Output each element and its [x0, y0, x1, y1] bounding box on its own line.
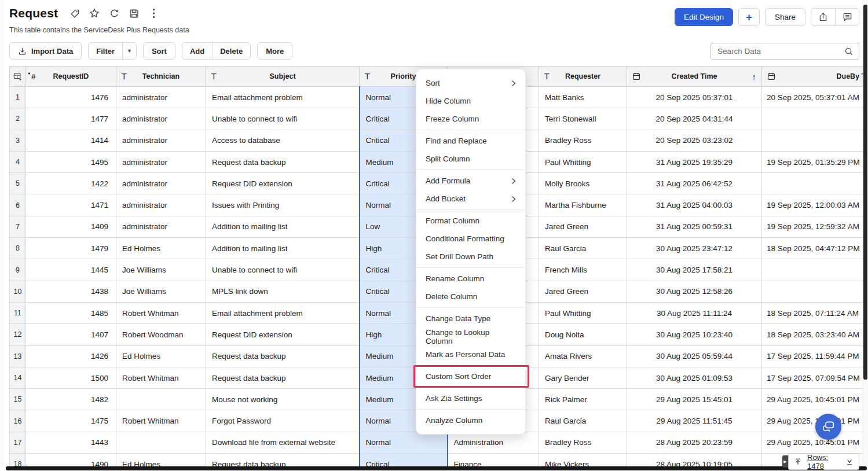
- cell-subject[interactable]: Forgot Password: [206, 410, 360, 432]
- cell-created_time[interactable]: 29 Aug 2025 11:51:45: [627, 410, 762, 432]
- cell-subject[interactable]: MPLS link down: [206, 281, 360, 302]
- cell-category[interactable]: Administration: [448, 432, 539, 453]
- cell-dueby_time[interactable]: 29 Aug 2025, 10:45:01 PM: [762, 432, 868, 453]
- menu-item-conditional-formatting[interactable]: Conditional Formatting: [416, 230, 525, 248]
- cell-created_time[interactable]: 31 Aug 2025 00:59:31: [627, 216, 762, 237]
- cell-request_id[interactable]: 1422: [26, 173, 116, 194]
- cell-technician[interactable]: Joe Williams: [116, 259, 206, 281]
- cell-created_time[interactable]: 20 Sep 2025 03:23:02: [627, 130, 762, 151]
- cell-subject[interactable]: Request data backup: [206, 151, 360, 172]
- cell-category[interactable]: Finance: [448, 454, 539, 466]
- cell-request_id[interactable]: 1438: [26, 281, 116, 302]
- cell-subject[interactable]: Request data backup: [206, 345, 360, 367]
- cell-technician[interactable]: administrator: [116, 108, 206, 130]
- cell-dueby_time[interactable]: [762, 108, 868, 130]
- menu-item-split-column[interactable]: Split Column: [416, 150, 525, 168]
- menu-item-add-bucket[interactable]: Add Bucket: [416, 190, 525, 208]
- cell-technician[interactable]: [116, 432, 206, 453]
- cell-priority[interactable]: Critical: [360, 454, 448, 466]
- cell-dueby_time[interactable]: 18 Sep 2025, 03:23:40 AM: [762, 324, 868, 345]
- edit-design-button[interactable]: Edit Design: [675, 8, 733, 26]
- cell-dueby_time[interactable]: [762, 130, 868, 151]
- menu-item-add-formula[interactable]: Add Formula: [416, 172, 525, 190]
- cell-created_time[interactable]: 31 Aug 2025 06:42:52: [627, 173, 762, 194]
- go-to-bottom-icon[interactable]: [845, 458, 854, 466]
- cell-num[interactable]: 17: [10, 432, 26, 453]
- tag-icon[interactable]: [69, 8, 80, 19]
- cell-requester[interactable]: Gary Bender: [539, 367, 627, 388]
- cell-created_time[interactable]: 20 Sep 2025 04:31:44: [627, 108, 762, 130]
- cell-subject[interactable]: Access to database: [206, 130, 360, 151]
- cell-dueby_time[interactable]: 17 Sep 2025, 07:09:54 PM: [762, 367, 868, 388]
- cell-num[interactable]: 6: [10, 194, 26, 216]
- menu-item-set-drill-down-path[interactable]: Set Drill Down Path: [416, 248, 525, 266]
- cell-num[interactable]: 7: [10, 216, 26, 237]
- cell-created_time[interactable]: 20 Sep 2025 05:37:01: [627, 87, 762, 108]
- menu-item-delete-column[interactable]: Delete Column: [416, 288, 525, 306]
- filter-dropdown-icon[interactable]: ▼: [122, 43, 136, 59]
- cell-num[interactable]: 4: [10, 151, 26, 172]
- cell-num[interactable]: 18: [10, 454, 26, 466]
- cell-subject[interactable]: Email attachment problem: [206, 302, 360, 323]
- kebab-menu-icon[interactable]: [148, 8, 159, 19]
- cell-subject[interactable]: Addition to mailing list: [206, 216, 360, 237]
- cell-num[interactable]: 11: [10, 302, 26, 323]
- cell-request_id[interactable]: 1477: [26, 108, 116, 130]
- cell-subject[interactable]: Addition to mailing list: [206, 238, 360, 259]
- cell-num[interactable]: 3: [10, 130, 26, 151]
- sort-ascending-icon[interactable]: ↑: [752, 72, 757, 82]
- menu-item-mark-as-personal-data[interactable]: Mark as Personal Data: [416, 345, 525, 363]
- cell-technician[interactable]: [116, 389, 206, 410]
- cell-requester[interactable]: Doug Nolta: [539, 324, 627, 345]
- cell-requester[interactable]: Paul Whitting: [539, 302, 627, 323]
- cell-request_id[interactable]: 1426: [26, 345, 116, 367]
- cell-subject[interactable]: Email attachment problem: [206, 87, 360, 108]
- cell-priority[interactable]: Normal: [360, 432, 448, 453]
- zia-chat-fab[interactable]: [815, 414, 841, 440]
- cell-technician[interactable]: Joe Williams: [116, 281, 206, 302]
- menu-item-rename-column[interactable]: Rename Column: [416, 270, 525, 288]
- cell-created_time[interactable]: 31 Aug 2025 04:00:03: [627, 194, 762, 216]
- cell-request_id[interactable]: 1407: [26, 324, 116, 345]
- star-icon[interactable]: [89, 8, 100, 19]
- menu-item-change-to-lookup-column[interactable]: Change to Lookup Column: [416, 328, 525, 345]
- select-all-header[interactable]: [10, 67, 26, 87]
- menu-item-ask-zia-settings[interactable]: Ask Zia Settings: [416, 389, 525, 407]
- cell-subject[interactable]: Issues with Printing: [206, 194, 360, 216]
- cell-requester[interactable]: Raul Garcia: [539, 238, 627, 259]
- go-to-top-icon[interactable]: [794, 458, 802, 466]
- menu-item-find-and-replace[interactable]: Find and Replace: [416, 132, 525, 150]
- cell-num[interactable]: 9: [10, 259, 26, 281]
- cell-subject[interactable]: Mouse not working: [206, 389, 360, 410]
- cell-requester[interactable]: French Mills: [539, 259, 627, 281]
- cell-requester[interactable]: Molly Brooks: [539, 173, 627, 194]
- cell-requester[interactable]: Raul Garcia: [539, 410, 627, 432]
- cell-dueby_time[interactable]: 19 Sep 2025, 12:59:32 AM: [762, 216, 868, 237]
- cell-created_time[interactable]: 30 Aug 2025 01:09:53: [627, 367, 762, 388]
- cell-technician[interactable]: administrator: [116, 87, 206, 108]
- horizontal-scrollbar[interactable]: [6, 466, 867, 470]
- cell-request_id[interactable]: 1443: [26, 432, 116, 453]
- vertical-scrollbar-thumb[interactable]: [863, 5, 867, 380]
- column-header-subject[interactable]: TSubject: [206, 67, 360, 87]
- comment-icon[interactable]: [835, 9, 859, 25]
- cell-created_time[interactable]: 30 Aug 2025 12:58:26: [627, 281, 762, 302]
- sort-button[interactable]: Sort: [143, 42, 175, 60]
- menu-item-custom-sort-order[interactable]: Custom Sort Order: [416, 367, 525, 385]
- cell-created_time[interactable]: 31 Aug 2025 19:35:29: [627, 151, 762, 172]
- cell-dueby_time[interactable]: 19 Sep 2025, 12:00:03 AM: [762, 194, 868, 216]
- cell-subject[interactable]: Request DID extension: [206, 173, 360, 194]
- cell-requester[interactable]: Paul Whitting: [539, 151, 627, 172]
- cell-created_time[interactable]: 30 Aug 2025 23:47:12: [627, 238, 762, 259]
- cell-request_id[interactable]: 1500: [26, 367, 116, 388]
- menu-item-sort[interactable]: Sort: [416, 74, 525, 92]
- cell-technician[interactable]: Robert Whitman: [116, 410, 206, 432]
- rows-count-link[interactable]: Rows: 1478: [807, 453, 840, 470]
- cell-request_id[interactable]: 1482: [26, 389, 116, 410]
- cell-technician[interactable]: Ed Holmes: [116, 345, 206, 367]
- more-button[interactable]: More: [257, 42, 292, 60]
- delete-button[interactable]: Delete: [212, 43, 250, 59]
- cell-subject[interactable]: Request DID extension: [206, 324, 360, 345]
- column-header-requestid[interactable]: #RequestID: [26, 67, 116, 87]
- cell-technician[interactable]: administrator: [116, 130, 206, 151]
